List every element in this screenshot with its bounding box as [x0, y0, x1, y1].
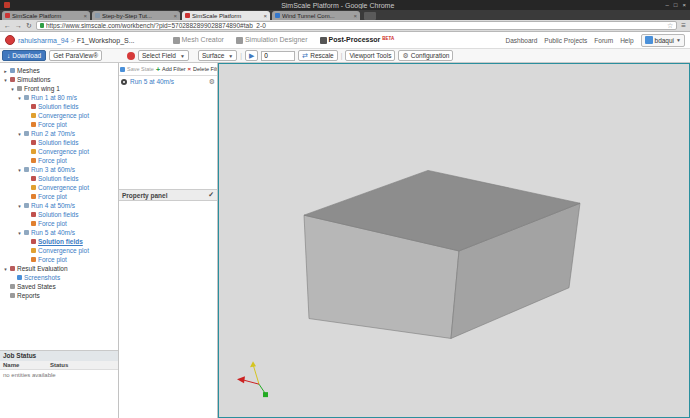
tree-expand-icon[interactable]: ▾ — [17, 230, 22, 236]
filter-item-run5[interactable]: Run 5 at 40m/s ⚙ — [119, 76, 217, 87]
tree-item[interactable]: Solution fields — [0, 174, 118, 183]
surface-dropdown[interactable]: Surface ▼ — [198, 50, 237, 61]
tree-item[interactable]: ▾Simulations — [0, 75, 118, 84]
tree-item[interactable]: Force plot — [0, 120, 118, 129]
header-links: DashboardPublic ProjectsForumHelp — [506, 37, 634, 44]
viewport-canvas[interactable] — [219, 64, 689, 417]
tree-item[interactable]: Saved States — [0, 282, 118, 291]
y-axis-icon — [263, 392, 268, 397]
omnibox[interactable]: https://www.simscale.com/workbench/?pid=… — [36, 21, 677, 30]
tree-item[interactable]: Convergence plot — [0, 246, 118, 255]
download-button[interactable]: ↓ Download — [2, 50, 46, 61]
tree-item[interactable]: ▾Run 1 at 80 m/s — [0, 93, 118, 102]
plus-icon: + — [156, 66, 160, 73]
result-evaluation-icon — [10, 266, 15, 271]
bookmark-star-icon[interactable]: ☆ — [667, 22, 673, 30]
close-icon[interactable]: × — [682, 2, 686, 8]
filter-panel-spacer — [119, 87, 217, 189]
add-filter-button[interactable]: Add Filter — [162, 66, 186, 72]
tree-expand-icon[interactable]: ▾ — [3, 77, 8, 83]
tab-close-icon[interactable]: × — [83, 13, 87, 19]
tree-item[interactable]: Reports — [0, 291, 118, 300]
saved-states-icon — [10, 284, 15, 289]
header-link-forum[interactable]: Forum — [594, 37, 613, 44]
tree-item[interactable]: Convergence plot — [0, 111, 118, 120]
frame-input[interactable] — [261, 51, 295, 61]
tree-expand-icon[interactable]: ▸ — [3, 68, 8, 74]
tree-item[interactable]: ▾Run 4 at 50m/s — [0, 201, 118, 210]
tab-close-icon[interactable]: × — [353, 13, 357, 19]
browser-menu-icon[interactable]: ≡ — [681, 21, 686, 30]
tree-item[interactable]: ▾Result Evaluation — [0, 264, 118, 273]
tree-item-label: Run 3 at 60m/s — [31, 166, 75, 173]
user-menu[interactable]: bdaqui ▼ — [641, 34, 685, 47]
browser-tab[interactable]: SimScale Platform× — [2, 11, 90, 20]
breadcrumb-project[interactable]: F1_Workshop_S... — [77, 37, 135, 44]
tree-item[interactable]: Solution fields — [0, 210, 118, 219]
surface-label: Surface — [202, 52, 224, 59]
back-icon[interactable]: ← — [4, 22, 11, 29]
tree-expand-icon[interactable]: ▾ — [10, 86, 15, 92]
run-icon — [24, 203, 29, 208]
app-tab-mesh-creator[interactable]: Mesh Creator — [173, 36, 224, 44]
header-link-public-projects[interactable]: Public Projects — [544, 37, 587, 44]
breadcrumb-user[interactable]: rahulsharma_94 — [18, 37, 69, 44]
simscale-logo[interactable] — [5, 35, 15, 45]
select-field-label: Select Field — [142, 52, 176, 59]
tree-expand-icon[interactable]: ▾ — [17, 95, 22, 101]
filter-settings-icon[interactable]: ⚙ — [209, 78, 215, 86]
tree-item[interactable]: Force plot — [0, 219, 118, 228]
header-link-help[interactable]: Help — [620, 37, 633, 44]
convergence-plot-icon — [31, 113, 36, 118]
visibility-eye-icon[interactable] — [121, 79, 127, 85]
browser-tab[interactable]: SimScale Platform× — [182, 11, 270, 20]
tree-expand-icon[interactable]: ▾ — [17, 131, 22, 137]
configuration-button[interactable]: ⚙ Configuration — [398, 50, 453, 61]
tree-item[interactable]: ▾Run 5 at 40m/s — [0, 228, 118, 237]
tree-item-label: Result Evaluation — [17, 265, 68, 272]
tree-item[interactable]: Solution fields — [0, 138, 118, 147]
viewport[interactable] — [218, 63, 690, 418]
tree-item[interactable]: ▾Run 2 at 70m/s — [0, 129, 118, 138]
play-button[interactable]: ▶ — [245, 50, 258, 61]
app-tab-post-processor[interactable]: Post-ProcessorBETA — [320, 36, 395, 44]
tree-item[interactable]: Force plot — [0, 156, 118, 165]
delete-filter-button[interactable]: Delete Filter — [193, 66, 218, 72]
job-status-title: Job Status — [0, 351, 118, 361]
tree-item[interactable]: Convergence plot — [0, 183, 118, 192]
tree-expand-icon[interactable]: ▾ — [17, 167, 22, 173]
apply-check-icon[interactable]: ✓ — [208, 191, 214, 199]
toolbar-separator: | — [341, 52, 343, 59]
tree-item[interactable]: ▸Meshes — [0, 66, 118, 75]
tab-close-icon[interactable]: × — [173, 13, 177, 19]
tree-item[interactable]: ▾Run 3 at 60m/s — [0, 165, 118, 174]
new-tab-button[interactable] — [364, 12, 376, 20]
tree-item[interactable]: Force plot — [0, 255, 118, 264]
tree-item-label: Simulations — [17, 76, 51, 83]
browser-tab[interactable]: Step-by-Step Tut...× — [92, 11, 180, 20]
field-viewer-icon — [127, 52, 135, 60]
tree-item[interactable]: ▾Front wing 1 — [0, 84, 118, 93]
get-paraview-button[interactable]: Get ParaView® — [49, 50, 102, 61]
rescale-button[interactable]: ⇄ Rescale — [298, 50, 337, 61]
maximize-icon[interactable]: □ — [674, 2, 678, 8]
tree-expand-icon[interactable]: ▾ — [17, 203, 22, 209]
tree-item[interactable]: Convergence plot — [0, 147, 118, 156]
forward-icon[interactable]: → — [15, 22, 22, 29]
save-state-button[interactable]: Save State — [127, 66, 154, 72]
app-tab-simulation-designer[interactable]: Simulation Designer — [236, 36, 308, 44]
header-link-dashboard[interactable]: Dashboard — [506, 37, 538, 44]
refresh-icon[interactable]: ↻ — [26, 22, 32, 29]
tree-item[interactable]: Solution fields — [0, 237, 118, 246]
select-field-dropdown[interactable]: Select Field ▼ — [138, 50, 189, 61]
tree-expand-icon[interactable]: ▾ — [3, 266, 8, 272]
browser-tab[interactable]: Wind Tunnel Com...× — [272, 11, 360, 20]
viewport-tools-button[interactable]: Viewport Tools — [345, 50, 395, 61]
tree-item[interactable]: Force plot — [0, 192, 118, 201]
url-text[interactable]: https://www.simscale.com/workbench/?pid=… — [46, 22, 665, 29]
tree-item[interactable]: Solution fields — [0, 102, 118, 111]
minimize-icon[interactable]: – — [666, 2, 669, 8]
tree-item-label: Run 4 at 50m/s — [31, 202, 75, 209]
tree-item[interactable]: Screenshots — [0, 273, 118, 282]
tab-close-icon[interactable]: × — [263, 13, 267, 19]
